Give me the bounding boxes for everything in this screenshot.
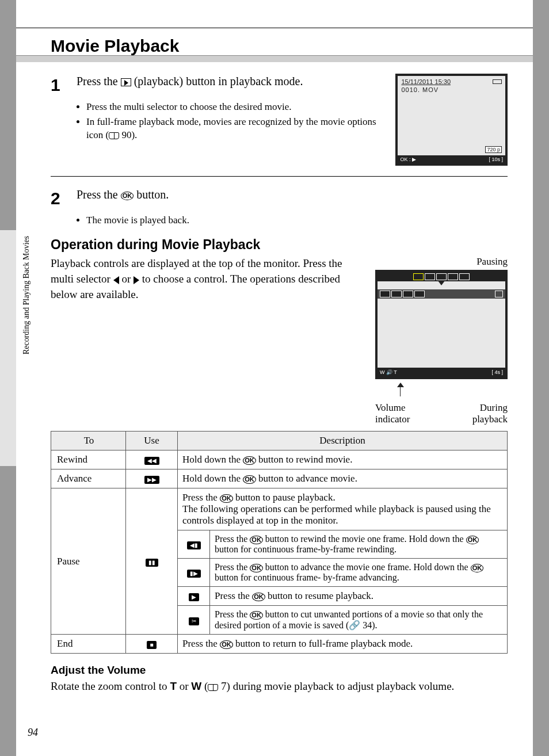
lcd-ok-hint: OK : ▶ [400, 156, 416, 162]
frame-back-icon: ◀▮ [187, 541, 201, 549]
lcd-resolution: 720 p [485, 146, 502, 153]
cell-cut-desc: Press the OK button to cut unwanted port… [210, 606, 508, 635]
pause-icon: ▮▮ [146, 559, 158, 567]
cell-pause-to: Pause [51, 488, 126, 635]
lcd-preview-2: W 🔊 T [ 4s ] [375, 270, 508, 379]
volume-pointer-icon [397, 383, 404, 387]
cell-end-to: End [51, 635, 126, 654]
ok-icon: OK [250, 564, 263, 572]
play-icon: ▶ [189, 593, 199, 601]
manual-ref-icon [208, 684, 218, 691]
step-1-bullet-2: In full-frame playback mode, movies are … [86, 116, 384, 142]
play-icon [425, 273, 435, 280]
row-rewind: Rewind ◀◀ Hold down the OK button to rew… [51, 450, 508, 469]
operation-body: Playback controls are displayed at the t… [51, 256, 364, 425]
ok-icon: OK [121, 192, 134, 200]
step-1-number: 1 [51, 74, 74, 97]
label-pausing: Pausing [375, 256, 508, 268]
operation-heading: Operation during Movie Playback [51, 237, 508, 253]
step-2: 2 Press the OK button. The movie is play… [51, 187, 508, 227]
cell-advance-use: ▶▶ [126, 469, 178, 488]
step-2-text-b: button. [134, 188, 169, 201]
step-1-text-b: (playback) button in playback mode. [131, 75, 303, 87]
lcd-preview-1: 15/11/2011 15:30 0010. MOV 720 p OK : ▶ … [395, 74, 508, 166]
adjust-volume-body: Rotate the zoom control to T or W ( 7) d… [51, 679, 508, 694]
step-1-bullet-1: Press the multi selector to choose the d… [86, 101, 384, 114]
volume-pointer-stem [400, 387, 401, 396]
crossref-icon: 🔗 [349, 620, 360, 630]
frame-fwd-icon [448, 273, 458, 280]
ok-icon: OK [471, 564, 484, 572]
operations-table: To Use Description Rewind ◀◀ Hold down t… [51, 431, 508, 654]
selection-pointer-icon [438, 281, 445, 285]
frame-back-icon [413, 273, 424, 280]
row-pause-intro: Pause ▮▮ Press the OK button to pause pl… [51, 488, 508, 530]
right-arrow-icon [134, 276, 139, 284]
rewind-icon [380, 291, 390, 297]
cell-pause-intro: Press the OK button to pause playback. T… [178, 488, 508, 530]
label-during-playback: During playback [443, 402, 508, 425]
th-use: Use [126, 432, 178, 450]
page-number: 94 [28, 727, 38, 739]
lcd-remaining: [ 4s ] [491, 369, 503, 375]
ok-icon: OK [466, 536, 479, 544]
row-end: End ■ Press the OK button to return to f… [51, 635, 508, 654]
stop-icon: ■ [147, 641, 156, 649]
playback-icon [121, 78, 131, 86]
zoom-w: W [191, 680, 201, 692]
side-chapter-label: Recording and Playing Back Movies [22, 236, 31, 354]
side-tab [0, 230, 16, 466]
advance-icon [414, 291, 425, 297]
label-volume-indicator: Volume indicator [375, 402, 443, 425]
stop-icon [403, 291, 413, 297]
battery-icon [493, 79, 502, 84]
ok-icon: OK [243, 475, 256, 484]
cell-cut-icon: ✂ [178, 606, 210, 635]
advance-icon: ▶▶ [144, 476, 159, 484]
frame-fwd-icon: ▮▶ [187, 570, 201, 578]
manual-ref-icon [109, 132, 119, 139]
step-2-text-a: Press the [77, 188, 121, 201]
cut-icon [459, 273, 470, 280]
cell-advance-to: Advance [51, 469, 126, 488]
step-2-bullet-1: The movie is played back. [86, 214, 508, 227]
th-description: Description [178, 432, 508, 450]
ok-icon: OK [220, 640, 233, 649]
cell-pause-use: ▮▮ [126, 488, 178, 635]
step-2-number: 2 [51, 187, 74, 211]
scissors-icon: ✂ [189, 617, 199, 625]
zoom-t: T [170, 680, 177, 692]
th-to: To [51, 432, 126, 450]
cell-rewind-use: ◀◀ [126, 450, 178, 469]
lcd-controls-during [378, 289, 505, 299]
separator [51, 176, 508, 177]
cell-frame-back-desc: Press the OK button to rewind the movie … [210, 530, 508, 559]
cell-rewind-desc: Hold down the OK button to rewind movie. [178, 450, 508, 469]
step-1-text-a: Press the [77, 75, 121, 87]
lcd-duration: [ 10s ] [489, 156, 503, 162]
title-underline [16, 55, 533, 62]
row-advance: Advance ▶▶ Hold down the OK button to ad… [51, 469, 508, 488]
cell-resume-desc: Press the OK button to resume playback. [210, 587, 508, 606]
volume-icons: W 🔊 T [380, 369, 397, 375]
ok-icon: OK [243, 456, 256, 465]
ok-icon: OK [220, 494, 233, 503]
cell-frame-back-icon: ◀▮ [178, 530, 210, 559]
ok-icon: OK [250, 611, 263, 620]
cell-end-desc: Press the OK button to return to full-fr… [178, 635, 508, 654]
cell-frame-fwd-desc: Press the OK button to advance the movie… [210, 559, 508, 587]
cell-frame-fwd-icon: ▮▶ [178, 559, 210, 587]
battery-icon [495, 291, 503, 297]
cell-rewind-to: Rewind [51, 450, 126, 469]
adjust-volume-heading: Adjust the Volume [51, 664, 508, 677]
lcd-timestamp: 15/11/2011 15:30 [401, 78, 451, 85]
cell-advance-desc: Hold down the OK button to advance movie… [178, 469, 508, 488]
pause-icon [391, 291, 402, 297]
lcd-controls-top [378, 272, 505, 281]
rewind-icon: ◀◀ [144, 457, 159, 465]
stop-icon [436, 273, 447, 280]
ok-icon: OK [250, 536, 263, 544]
ok-icon: OK [252, 593, 265, 601]
cell-end-use: ■ [126, 635, 178, 654]
left-arrow-icon [113, 276, 119, 284]
